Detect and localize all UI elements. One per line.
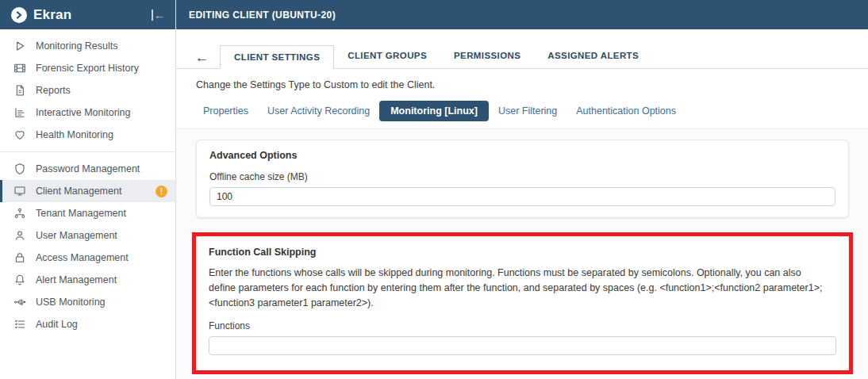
sidebar-item-user-management[interactable]: User Management xyxy=(0,224,175,247)
sidebar-item-forensic-export-history[interactable]: Forensic Export History xyxy=(0,57,175,79)
sidebar-item-label: Reports xyxy=(36,85,71,96)
bell-icon xyxy=(13,274,26,286)
sidebar-item-label: Audit Log xyxy=(36,319,78,330)
user-icon xyxy=(13,229,26,242)
offline-cache-size-input[interactable] xyxy=(209,187,835,206)
subtab-bar: Properties User Activity Recording Monit… xyxy=(194,101,868,121)
sidebar-item-label: Password Management xyxy=(36,163,140,174)
advanced-options-card: Advanced Options Offline cache size (MB) xyxy=(196,140,849,218)
settings-panel-area: Advanced Options Offline cache size (MB)… xyxy=(176,129,868,379)
sidebar-item-reports[interactable]: Reports xyxy=(0,79,175,101)
sidebar-item-label: Alert Management xyxy=(36,274,117,285)
sidebar-item-label: Forensic Export History xyxy=(36,63,139,74)
page-title: EDITING CLIENT (UBUNTU-20) xyxy=(189,10,336,21)
ekran-logo[interactable]: Ekran xyxy=(11,7,152,23)
checklist-icon xyxy=(13,318,26,331)
app-window: Ekran ← Monitoring Results Forensic Expo… xyxy=(0,0,868,379)
collapse-sidebar-icon[interactable]: ← xyxy=(152,10,165,21)
sidebar-item-label: Tenant Management xyxy=(36,208,126,219)
sidebar-divider xyxy=(0,151,175,152)
sidebar-item-health-monitoring[interactable]: Health Monitoring xyxy=(0,124,175,146)
subtab-properties[interactable]: Properties xyxy=(194,101,258,121)
tab-bar: ← CLIENT SETTINGS CLIENT GROUPS PERMISSI… xyxy=(176,45,868,69)
advanced-options-title: Advanced Options xyxy=(209,150,835,161)
subtab-monitoring-linux[interactable]: Monitoring [Linux] xyxy=(379,101,489,121)
sidebar-item-label: Monitoring Results xyxy=(36,40,118,52)
sidebar-header: Ekran ← xyxy=(0,0,175,29)
play-icon xyxy=(13,40,26,52)
sidebar-item-label: User Management xyxy=(36,230,117,241)
sidebar-item-client-management[interactable]: Client Management ! xyxy=(0,180,175,202)
lock-icon xyxy=(13,251,26,264)
sidebar-menu: Monitoring Results Forensic Export Histo… xyxy=(0,29,175,335)
functions-label: Functions xyxy=(209,320,836,331)
sidebar-item-interactive-monitoring[interactable]: Interactive Monitoring xyxy=(0,101,175,124)
usb-icon xyxy=(13,296,26,308)
highlight-red-border: Function Call Skipping Enter the functio… xyxy=(192,232,853,374)
bar-chart-icon xyxy=(13,106,26,119)
sidebar-item-label: Client Management xyxy=(36,186,121,197)
tab-client-groups[interactable]: CLIENT GROUPS xyxy=(334,44,440,68)
sidebar-item-access-management[interactable]: Access Management xyxy=(0,247,175,269)
subtab-user-activity-recording[interactable]: User Activity Recording xyxy=(258,101,379,121)
function-call-skipping-description: Enter the functions whose calls will be … xyxy=(209,266,836,310)
tab-assigned-alerts[interactable]: ASSIGNED ALERTS xyxy=(534,44,652,68)
functions-input[interactable] xyxy=(209,336,836,355)
settings-type-notice: Change the Settings Type to Custom to ed… xyxy=(196,79,868,90)
back-arrow-icon[interactable]: ← xyxy=(195,48,209,68)
sidebar-item-tenant-management[interactable]: Tenant Management xyxy=(0,202,175,224)
sidebar: Ekran ← Monitoring Results Forensic Expo… xyxy=(0,0,176,379)
subtab-user-filtering[interactable]: User Filtering xyxy=(489,101,567,121)
heart-icon xyxy=(13,128,26,141)
warning-badge: ! xyxy=(156,186,167,197)
film-icon xyxy=(13,62,26,75)
sidebar-item-usb-monitoring[interactable]: USB Monitoring xyxy=(0,291,175,313)
tab-client-settings[interactable]: CLIENT SETTINGS xyxy=(220,45,334,69)
function-call-skipping-card: Function Call Skipping Enter the functio… xyxy=(196,236,849,370)
sidebar-item-password-management[interactable]: Password Management xyxy=(0,158,175,180)
sidebar-item-alert-management[interactable]: Alert Management xyxy=(0,269,175,291)
subtab-authentication-options[interactable]: Authentication Options xyxy=(567,101,686,121)
offline-cache-size-label: Offline cache size (MB) xyxy=(209,171,835,182)
sidebar-item-label: Access Management xyxy=(36,252,129,263)
brand-name: Ekran xyxy=(33,7,71,23)
sidebar-item-label: Health Monitoring xyxy=(36,129,113,140)
function-call-skipping-title: Function Call Skipping xyxy=(209,247,836,258)
main-area: EDITING CLIENT (UBUNTU-20) ← CLIENT SETT… xyxy=(176,0,868,379)
sidebar-item-label: Interactive Monitoring xyxy=(36,107,131,118)
sidebar-item-monitoring-results[interactable]: Monitoring Results xyxy=(0,35,175,57)
sitemap-icon xyxy=(13,207,26,220)
tab-permissions[interactable]: PERMISSIONS xyxy=(440,44,534,68)
report-icon xyxy=(13,84,26,97)
sidebar-item-audit-log[interactable]: Audit Log xyxy=(0,313,175,335)
sidebar-item-label: USB Monitoring xyxy=(36,297,106,308)
monitor-icon xyxy=(13,185,26,197)
shield-icon xyxy=(13,163,26,175)
page-header: EDITING CLIENT (UBUNTU-20) xyxy=(176,0,868,29)
chevron-circle-icon xyxy=(11,7,27,23)
